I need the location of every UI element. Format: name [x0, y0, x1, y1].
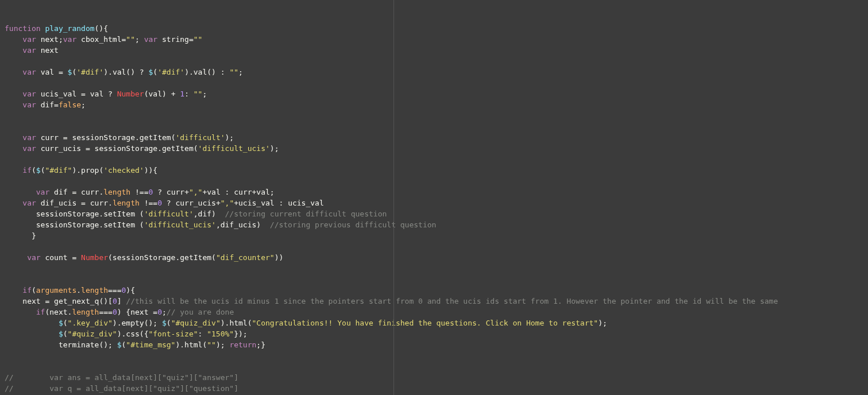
code-line[interactable]: var dif=false;: [5, 99, 866, 110]
code-line[interactable]: [5, 154, 866, 165]
code-line[interactable]: [5, 78, 866, 88]
code-line[interactable]: }: [5, 230, 866, 241]
code-line[interactable]: sessionStorage.setItem ('difficult_ucis'…: [5, 219, 866, 230]
code-line[interactable]: var dif_ucis = curr.length !==0 ? curr_u…: [5, 198, 866, 208]
code-line[interactable]: sessionStorage.setItem ('difficult',dif)…: [5, 208, 866, 219]
code-line[interactable]: [5, 350, 866, 361]
code-line[interactable]: $(".key_div").empty(); $("#quiz_div").ht…: [5, 317, 866, 328]
code-line[interactable]: var count = Number(sessionStorage.getIte…: [5, 252, 866, 263]
code-line[interactable]: // var ans = all_data[next]["quiz"]["ans…: [5, 372, 866, 383]
code-line[interactable]: var next: [5, 45, 866, 56]
code-line[interactable]: function play_random(){: [5, 23, 866, 34]
code-line[interactable]: var val = $('#dif').val() ? $('#dif').va…: [5, 67, 866, 78]
code-line[interactable]: var next;var cbox_html=""; var string="": [5, 34, 866, 45]
code-line[interactable]: var ucis_val = val ? Number(val) + 1: ""…: [5, 88, 866, 99]
code-line[interactable]: [5, 361, 866, 372]
code-line[interactable]: var curr = sessionStorage.getItem('diffi…: [5, 132, 866, 143]
code-line[interactable]: [5, 241, 866, 252]
code-line[interactable]: if(next.length===0) {next =0;// you are …: [5, 307, 866, 317]
code-line[interactable]: [5, 176, 866, 187]
code-line[interactable]: next = get_next_q()[0] //this will be th…: [5, 296, 866, 307]
code-line[interactable]: [5, 274, 866, 285]
code-editor[interactable]: function play_random(){ var next;var cbo…: [0, 0, 868, 395]
code-line[interactable]: [5, 121, 866, 132]
code-line[interactable]: [5, 110, 866, 121]
code-line[interactable]: [5, 263, 866, 274]
code-line[interactable]: terminate(); $("#time_msg").html(""); re…: [5, 339, 866, 350]
code-line[interactable]: // var q = all_data[next]["quiz"]["quest…: [5, 383, 866, 394]
code-line[interactable]: if($("#dif").prop('checked')){: [5, 165, 866, 176]
code-line[interactable]: $("#quiz_div").css({"font-size": "150%"}…: [5, 328, 866, 339]
code-line[interactable]: [5, 56, 866, 67]
code-line[interactable]: var dif = curr.length !==0 ? curr+","+va…: [5, 187, 866, 198]
code-content: function play_random(){ var next;var cbo…: [5, 23, 866, 395]
code-line[interactable]: var curr_ucis = sessionStorage.getItem('…: [5, 143, 866, 154]
code-line[interactable]: if(arguments.length===0){: [5, 285, 866, 296]
